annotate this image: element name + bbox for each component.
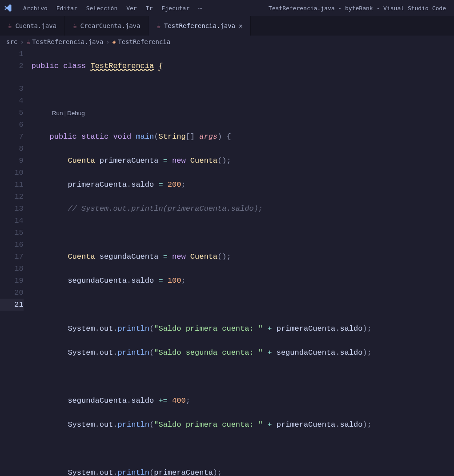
codelens[interactable]: Run|Debug (32, 108, 454, 119)
titlebar: Archivo Editar Selección Ver Ir Ejecutar… (0, 0, 454, 16)
tab-testreferencia-java[interactable]: ☕ TestReferencia.java ✕ (149, 16, 251, 36)
java-icon: ☕ (73, 22, 76, 29)
menu-archivo[interactable]: Archivo (19, 3, 52, 13)
tab-label: CrearCuenta.java (80, 22, 141, 29)
codelens-debug[interactable]: Debug (67, 110, 85, 116)
breadcrumb[interactable]: src › ☕ TestReferencia.java › ◈ TestRefe… (0, 36, 454, 48)
menu-ir[interactable]: Ir (141, 3, 157, 13)
close-icon[interactable]: ✕ (239, 22, 242, 29)
tab-crearcuenta-java[interactable]: ☕ CrearCuenta.java (65, 16, 149, 36)
code-content[interactable]: public class TestReferencia { Run|Debug … (32, 48, 454, 476)
tab-label: Cuenta.java (15, 22, 56, 29)
menu-seleccion[interactable]: Selección (82, 3, 122, 13)
window-title: TestReferencia.java - byteBank - Visual … (269, 5, 450, 12)
menu-editar[interactable]: Editar (52, 3, 82, 13)
java-icon: ☕ (8, 22, 12, 29)
vscode-logo-icon (4, 4, 12, 12)
editor-tabbar: ☕ Cuenta.java ☕ CrearCuenta.java ☕ TestR… (0, 16, 454, 36)
chevron-right-icon: › (20, 38, 24, 45)
breadcrumb-file[interactable]: ☕ TestReferencia.java (27, 38, 104, 45)
java-icon: ☕ (27, 38, 30, 45)
breadcrumb-symbol[interactable]: ◈ TestReferencia (112, 38, 170, 45)
tab-cuenta-java[interactable]: ☕ Cuenta.java (0, 16, 65, 36)
symbol-class-icon: ◈ (112, 38, 116, 45)
menu-ver[interactable]: Ver (122, 3, 141, 13)
menu-ejecutar[interactable]: Ejecutar (157, 3, 194, 13)
breadcrumb-label: TestReferencia.java (32, 38, 103, 45)
breadcrumb-label: TestReferencia (118, 38, 170, 45)
breadcrumb-src[interactable]: src (6, 38, 17, 45)
chevron-right-icon: › (106, 38, 109, 45)
menu-overflow-icon[interactable]: ⋯ (194, 3, 206, 13)
codelens-run[interactable]: Run (52, 110, 63, 116)
line-number-gutter: 1 2 x 3 4 5 6 7 8 9 10 11 12 13 14 15 16… (0, 48, 32, 476)
java-icon: ☕ (157, 22, 160, 29)
tab-label: TestReferencia.java (164, 22, 235, 29)
code-editor[interactable]: 1 2 x 3 4 5 6 7 8 9 10 11 12 13 14 15 16… (0, 48, 454, 476)
